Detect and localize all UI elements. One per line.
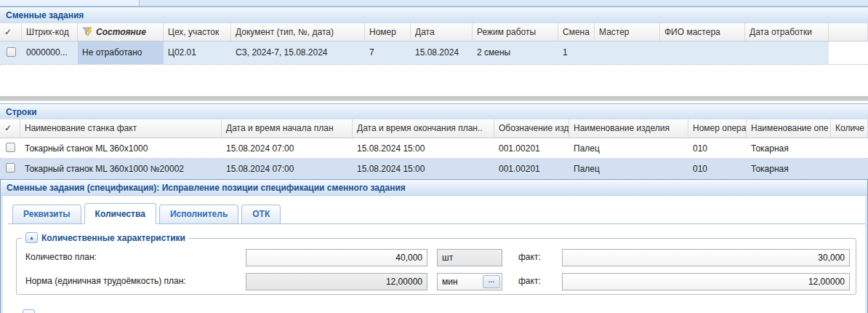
editor-tab-bar: Реквизиты Количества Исполнитель ОТК (8, 196, 865, 224)
horizontal-splitter[interactable] (0, 96, 868, 101)
column-header-master[interactable]: Мастер (595, 23, 660, 41)
column-header-document[interactable]: Документ (тип, №, дата) (231, 23, 365, 41)
top-edge-strip (0, 0, 868, 7)
cell-start[interactable]: 15.08.2024 07:00 (222, 138, 353, 158)
row-checkbox-cell (0, 41, 22, 64)
shift-tasks-table: ✓ Штрих-код Состояние Цех, участок Докум… (0, 23, 868, 65)
column-header-date[interactable]: Дата (411, 23, 473, 41)
tab-otk[interactable]: ОТК (241, 205, 281, 223)
cell-shift[interactable]: 1 (558, 41, 595, 64)
rows-panel: Строки ✓ Наименование станка факт Дата и… (0, 103, 868, 179)
rows-table: ✓ Наименование станка факт Дата и время … (0, 119, 868, 179)
cell-master-name[interactable] (660, 41, 745, 64)
cell-state[interactable]: Не отработано (78, 41, 164, 64)
specification-editor-panel: Сменные задания (спецификация): Исправле… (0, 179, 868, 313)
column-header-work-date[interactable]: Дата отработки (745, 23, 829, 41)
table-row[interactable]: Токарный станок ML 360x1000 15.08.2024 0… (0, 138, 868, 159)
row-checkbox[interactable] (6, 163, 15, 173)
cell-document[interactable]: СЗ, 2024-7, 15.08.2024 (231, 41, 365, 64)
cell-date[interactable]: 15.08.2024 (411, 41, 473, 64)
editor-panel-title: Сменные задания (спецификация): Исправле… (1, 180, 867, 196)
column-header-end-plan[interactable]: Дата и время окончания план.. (353, 119, 494, 138)
column-header-state[interactable]: Состояние (78, 23, 164, 41)
column-header-start-plan[interactable]: Дата и время начала план (222, 119, 353, 138)
cell-start[interactable]: 15.08.2024 07:00 (222, 159, 353, 179)
cell-op-name[interactable]: Токарная (747, 138, 831, 158)
select-all-column-header[interactable]: ✓ (0, 23, 22, 41)
column-header-product-code[interactable]: Обозначение изд (494, 119, 569, 138)
cell-product-name[interactable]: Палец (569, 138, 688, 158)
column-header-product-name[interactable]: Наименование изделия (569, 119, 688, 138)
cell-op-number[interactable]: 010 (688, 159, 747, 179)
quantity-fact-input[interactable] (562, 249, 850, 266)
norm-unit-wrap: ... (437, 273, 502, 290)
label-quantity-fact: факт: (518, 252, 541, 262)
cell-workshop[interactable]: Ц02.01 (164, 41, 231, 64)
cell-op-name[interactable]: Токарная (747, 159, 831, 179)
shift-tasks-panel-title: Сменные задания (0, 7, 868, 23)
tab-kolichestva[interactable]: Количества (84, 203, 156, 224)
column-header-number[interactable]: Номер (365, 23, 411, 41)
column-header-machine-fact[interactable]: Наименование станка факт (20, 119, 222, 138)
label-norm-plan: Норма (единичная трудоёмкость) план: (25, 276, 186, 286)
unit-picker-ellipsis-button[interactable]: ... (483, 275, 500, 288)
cell-qty[interactable] (831, 138, 868, 158)
label-quantity-plan: Количество план: (25, 252, 97, 262)
row-checkbox-cell (0, 138, 20, 158)
table-row-selected[interactable]: Токарный станок ML 360x1000 №20002 15.08… (0, 159, 868, 179)
rows-panel-title: Строки (0, 103, 868, 119)
cell-work-mode[interactable]: 2 смены (473, 41, 558, 64)
column-header-spacer (829, 23, 868, 41)
cell-work-date[interactable] (745, 41, 829, 64)
top-edge-tab-remnant (0, 0, 140, 6)
row-checkbox[interactable] (7, 47, 16, 57)
row-checkbox-cell (0, 159, 20, 179)
cell-number[interactable]: 7 (365, 41, 411, 64)
cell-qty[interactable] (831, 159, 868, 179)
cell-end[interactable]: 15.08.2024 15:00 (353, 159, 494, 179)
group-legend: ▲ Количественные характеристики (22, 232, 189, 243)
cell-machine[interactable]: Токарный станок ML 360x1000 №20002 (20, 159, 222, 179)
cell-end[interactable]: 15.08.2024 15:00 (353, 138, 494, 158)
quantity-unit-wrap (437, 249, 502, 266)
collapse-group-button[interactable]: ▲ (25, 232, 38, 243)
column-header-state-label: Состояние (96, 27, 146, 37)
quantity-unit-input[interactable] (437, 249, 502, 266)
cell-master[interactable] (595, 41, 660, 64)
group-legend-label: Количественные характеристики (41, 233, 185, 243)
column-header-work-mode[interactable]: Режим работы (473, 23, 558, 41)
select-all-column-header[interactable]: ✓ (0, 119, 20, 138)
tab-ispolnitel[interactable]: Исполнитель (159, 205, 238, 223)
column-header-barcode[interactable]: Штрих-код (22, 23, 78, 41)
tab-rekvizity[interactable]: Реквизиты (12, 205, 81, 223)
column-header-op-number[interactable]: Номер опера (688, 119, 747, 138)
column-header-op-name[interactable]: Наименование опе (747, 119, 831, 138)
cell-machine[interactable]: Токарный станок ML 360x1000 (20, 138, 222, 158)
column-header-shift[interactable]: Смена (558, 23, 595, 41)
cell-barcode[interactable]: 0000000... (22, 41, 78, 64)
cell-spacer (829, 41, 868, 64)
empty-grid-area (0, 65, 868, 96)
quantity-plan-input[interactable] (246, 249, 427, 266)
shift-tasks-header-row: ✓ Штрих-код Состояние Цех, участок Докум… (0, 23, 868, 41)
quantity-characteristics-group: ▲ Количественные характеристики Количест… (16, 238, 856, 295)
editor-body: Реквизиты Количества Исполнитель ОТК ▲ К… (1, 196, 867, 313)
column-header-qty[interactable]: Количе (831, 119, 868, 138)
collapse-next-group-button[interactable] (23, 309, 35, 313)
shift-task-row[interactable]: 0000000... Не отработано Ц02.01 СЗ, 2024… (0, 41, 868, 65)
row-checkbox[interactable] (6, 143, 15, 152)
shift-tasks-panel: Сменные задания ✓ Штрих-код Состояние Це… (0, 7, 868, 65)
norm-fact-input[interactable] (562, 273, 850, 290)
cell-op-number[interactable]: 010 (688, 138, 747, 158)
cell-product-code[interactable]: 001.00201 (494, 159, 569, 179)
filter-lightning-icon (82, 27, 93, 39)
column-header-master-name[interactable]: ФИО мастера (660, 23, 745, 41)
norm-plan-input[interactable] (246, 273, 427, 290)
label-norm-fact: факт: (518, 276, 541, 286)
column-header-workshop[interactable]: Цех, участок (164, 23, 231, 41)
cell-product-name[interactable]: Палец (569, 159, 688, 179)
rows-header-row: ✓ Наименование станка факт Дата и время … (0, 119, 868, 138)
cell-product-code[interactable]: 001.00201 (494, 138, 569, 158)
